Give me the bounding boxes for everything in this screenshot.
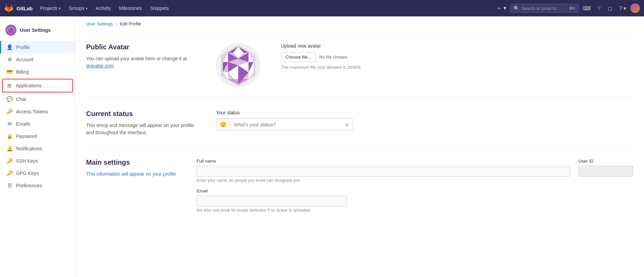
full-name-group: Full name Enter your name, so people you…: [197, 159, 570, 183]
avatar-description-text: You can upload your avatar here or chang…: [86, 55, 196, 70]
avatar-upload-area: Upload new avatar Choose file... No file…: [281, 43, 633, 70]
billing-icon: 💳: [6, 69, 13, 75]
ssh-keys-icon: 🔑: [6, 158, 13, 164]
top-navigation: GitLab Projects ▾ Groups ▾ Activity Mile…: [0, 0, 644, 16]
chevron-down-icon: ▾: [59, 7, 61, 10]
emoji-icon: 🙂: [220, 122, 227, 127]
sidebar-item-gpg-keys[interactable]: 🔑 GPG Keys: [0, 167, 75, 179]
breadcrumb-current: Edit Profile: [120, 21, 141, 26]
issues-icon-btn[interactable]: ◻: [605, 3, 615, 14]
full-name-hint: Enter your name, so people you know can …: [197, 178, 570, 183]
sidebar-item-applications[interactable]: ⊞ Applications: [2, 79, 73, 92]
sidebar-item-label: Access Tokens: [16, 109, 48, 114]
nav-milestones[interactable]: Milestones: [116, 3, 145, 13]
search-shortcut: ⌘K: [569, 6, 575, 11]
search-icon: 🔍: [513, 5, 519, 11]
sidebar-item-access-tokens[interactable]: 🔑 Access Tokens: [0, 105, 75, 118]
gpg-keys-icon: 🔑: [6, 170, 13, 176]
gravatar-link[interactable]: gravatar.com: [86, 63, 114, 68]
no-file-text: No file chosen: [319, 54, 347, 60]
public-avatar-section: Public Avatar You can upload your avatar…: [86, 43, 633, 99]
gitlab-logo-area[interactable]: GitLab: [4, 3, 33, 13]
email-label: Email: [197, 188, 347, 193]
sidebar-item-label: Notifications: [16, 146, 42, 151]
sidebar-item-label: Chat: [16, 97, 26, 102]
file-input-row: Choose file... No file chosen: [281, 52, 633, 62]
terminal-icon: ⌨: [583, 5, 591, 12]
sidebar-item-label: Preferences: [16, 183, 42, 188]
password-icon: 🔒: [6, 133, 13, 139]
avatar-preview: [216, 43, 260, 88]
status-section-title: Current status: [86, 110, 196, 118]
sidebar-item-billing[interactable]: 💳 Billing: [0, 66, 75, 78]
help-icon-btn[interactable]: ? ▾: [616, 3, 629, 14]
sidebar-item-label: Password: [16, 134, 37, 139]
sidebar-item-profile[interactable]: 👤 Profile: [0, 41, 75, 53]
sidebar-item-account[interactable]: ⚙ Account: [0, 53, 75, 66]
account-icon: ⚙: [6, 56, 13, 63]
full-name-input[interactable]: [197, 166, 570, 177]
access-tokens-icon: 🔑: [6, 109, 13, 115]
email-input[interactable]: [197, 196, 347, 206]
nav-activity[interactable]: Activity: [92, 3, 114, 13]
notifications-icon: 🔔: [6, 146, 13, 152]
name-id-row: Full name Enter your name, so people you…: [197, 159, 633, 183]
status-description-text: This emoji and message will appear on yo…: [86, 122, 196, 136]
sidebar-item-label: GPG Keys: [16, 171, 39, 176]
sidebar-item-label: Account: [16, 57, 33, 62]
sidebar-item-password[interactable]: 🔒 Password: [0, 130, 75, 142]
user-avatar-btn[interactable]: [630, 3, 640, 13]
search-input[interactable]: [521, 6, 567, 11]
sidebar: User Settings 👤 Profile ⚙ Account 💳 Bill…: [0, 16, 75, 277]
sidebar-header: User Settings: [0, 22, 75, 41]
status-description: Current status This emoji and message wi…: [86, 110, 196, 136]
gitlab-logo-icon: [4, 3, 14, 13]
your-status-label: Your status: [216, 110, 633, 115]
breadcrumb-separator: ›: [116, 21, 117, 26]
status-emoji-button[interactable]: 🙂: [216, 118, 230, 130]
breadcrumb: User Settings › Edit Profile: [86, 16, 633, 34]
clear-icon: ✕: [345, 122, 349, 127]
nav-projects[interactable]: Projects ▾: [37, 3, 64, 13]
sidebar-item-chat[interactable]: 💬 Chat: [0, 93, 75, 105]
sidebar-item-ssh-keys[interactable]: 🔑 SSH Keys: [0, 155, 75, 167]
email-hint: We also use email for avatar detection i…: [197, 208, 347, 213]
user-id-input[interactable]: [578, 166, 633, 177]
sidebar-item-notifications[interactable]: 🔔 Notifications: [0, 142, 75, 155]
nav-snippets[interactable]: Snippets: [147, 3, 172, 13]
sidebar-item-label: Profile: [16, 45, 30, 50]
terminal-icon-btn[interactable]: ⌨: [580, 3, 593, 14]
profile-icon: 👤: [6, 44, 13, 50]
status-right: Your status 🙂 ✕: [216, 110, 633, 131]
file-size-note: The maximum file size allowed is 200KB.: [281, 65, 633, 70]
preferences-icon: ☰: [6, 182, 13, 189]
user-id-group: User ID: [578, 159, 633, 183]
nav-groups[interactable]: Groups ▾: [65, 3, 91, 13]
full-name-label: Full name: [197, 159, 570, 164]
status-section: Current status This emoji and message wi…: [86, 110, 633, 148]
user-id-label: User ID: [578, 159, 633, 164]
main-settings-title: Main settings: [86, 159, 176, 166]
status-text-input[interactable]: [230, 119, 341, 130]
main-settings-fields: Full name Enter your name, so people you…: [197, 159, 633, 213]
avatar-section-title: Public Avatar: [86, 43, 196, 51]
issues-icon: ◻: [608, 5, 612, 12]
avatar-preview-container: [216, 43, 260, 88]
sidebar-item-label: Billing: [16, 69, 29, 75]
plus-button[interactable]: ＋ ▾: [494, 3, 509, 14]
chevron-down-icon: ▾: [86, 7, 88, 10]
sidebar-item-preferences[interactable]: ☰ Preferences: [0, 179, 75, 192]
breadcrumb-parent[interactable]: User Settings: [86, 21, 113, 26]
sidebar-item-label: Emails: [16, 121, 30, 127]
sidebar-item-label: Applications: [16, 83, 42, 88]
status-clear-button[interactable]: ✕: [341, 119, 352, 130]
main-content: User Settings › Edit Profile Public Avat…: [75, 16, 644, 277]
search-box[interactable]: 🔍 ⌘K: [510, 4, 579, 13]
emails-icon: ✉: [6, 121, 13, 127]
sidebar-item-emails[interactable]: ✉ Emails: [0, 118, 75, 130]
merge-request-icon: ⑂: [598, 5, 601, 11]
avatar-description: Public Avatar You can upload your avatar…: [86, 43, 196, 70]
brand-name: GitLab: [16, 5, 33, 11]
merge-request-icon-btn[interactable]: ⑂: [595, 3, 604, 13]
choose-file-button[interactable]: Choose file...: [281, 52, 316, 62]
